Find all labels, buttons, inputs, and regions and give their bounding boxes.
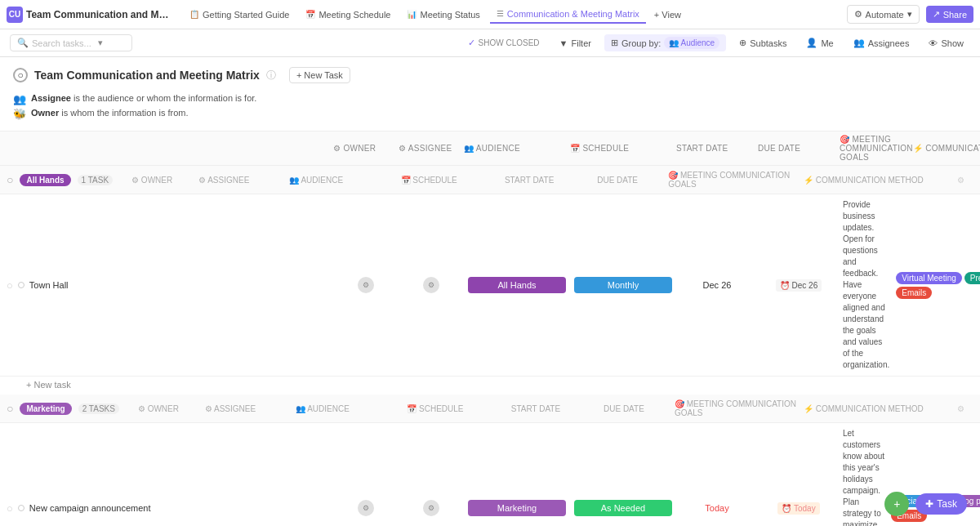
- show-icon: 👁: [929, 38, 938, 48]
- task-status-dot: [18, 505, 24, 511]
- owner-cell[interactable]: ⚙: [333, 277, 399, 293]
- automate-button[interactable]: ⚙ Automate ▾: [847, 5, 920, 24]
- audience-tag: Marketing: [468, 500, 566, 516]
- task-complete-icon[interactable]: ○: [7, 502, 13, 515]
- group-count: 1 TASK: [78, 175, 114, 185]
- task-fab-label: ✚: [925, 498, 933, 510]
- col-header-owner: ⚙ OWNER: [333, 144, 399, 153]
- assignee-cell[interactable]: ⚙: [399, 277, 464, 293]
- new-task-button[interactable]: + New Task: [289, 67, 350, 83]
- task-name-label: Town Hall: [29, 280, 69, 290]
- group-by-value: 👥 Audience: [664, 37, 719, 49]
- show-closed-button[interactable]: ✓ SHOW CLOSED: [461, 36, 546, 50]
- me-button[interactable]: 👤 Me: [800, 35, 840, 51]
- goals-cell: Provide business updates. Open for quest…: [840, 196, 893, 374]
- task-circle-fab[interactable]: +: [884, 492, 909, 516]
- group-by-button[interactable]: ⊞ Group by: 👥 Audience: [604, 34, 726, 51]
- due-date-badge: ⏰ Dec 26: [776, 279, 822, 292]
- share-icon: ↗: [933, 9, 940, 20]
- col-header-method: ⚡ COMMUNICATION METHOD: [913, 144, 980, 153]
- start-date-cell: Dec 26: [676, 280, 758, 290]
- task-complete-icon[interactable]: ○: [7, 279, 13, 292]
- tab-meeting-schedule[interactable]: 📅 Meeting Schedule: [299, 7, 397, 23]
- schedule-cell: Monthly: [570, 277, 676, 293]
- table: ⚙ OWNER⚙ ASSIGNEE👥 AUDIENCE📅 SCHEDULESTA…: [0, 131, 980, 526]
- show-button[interactable]: 👁 Show: [922, 36, 970, 51]
- method-tag: Emails: [896, 287, 932, 299]
- share-button[interactable]: ↗ Share: [926, 6, 973, 23]
- search-box[interactable]: 🔍 Search tasks... ▾: [10, 34, 132, 51]
- settings-col-icon[interactable]: ⚙: [957, 404, 973, 413]
- goals-col-header: 🎯 MEETING COMMUNICATION GOALS: [671, 399, 797, 417]
- assignee-col-header: ⚙ ASSIGNEE: [198, 404, 263, 413]
- new-task-row[interactable]: + New task: [0, 377, 980, 393]
- assignee-avatar[interactable]: ⚙: [423, 277, 439, 293]
- assignee-info-icon: 👥: [13, 93, 26, 105]
- start-date-cell: Today: [676, 503, 758, 513]
- tab-icon: 📊: [407, 10, 416, 19]
- group-count: 2 TASKS: [78, 403, 119, 414]
- app-icon: CU: [7, 7, 23, 23]
- group-header-marketing[interactable]: ○Marketing2 TASKS⚙ OWNER⚙ ASSIGNEE👥 AUDI…: [0, 394, 980, 423]
- assignee-col-header: ⚙ ASSIGNEE: [191, 176, 256, 185]
- settings-col-icon[interactable]: ⚙: [957, 176, 973, 185]
- col-header-start_date: START DATE: [676, 144, 758, 153]
- chevron-down-icon: ▾: [907, 9, 912, 20]
- top-bar-right: ⚙ Automate ▾ ↗ Share: [847, 5, 973, 24]
- schedule-tag: Monthly: [574, 277, 672, 293]
- group-icon: ⊞: [611, 38, 618, 48]
- add-view-button[interactable]: + View: [649, 7, 686, 23]
- goals-col-header: 🎯 MEETING COMMUNICATION GOALS: [665, 171, 797, 189]
- schedule-tag: As Needed: [574, 500, 672, 516]
- audience-cell: All Hands: [464, 277, 570, 293]
- automate-icon: ⚙: [854, 9, 862, 20]
- tab-communication-matrix[interactable]: ☰ Communication & Meeting Matrix: [490, 6, 646, 24]
- me-icon: 👤: [806, 38, 817, 48]
- group-label: All Hands: [20, 174, 70, 186]
- owner-col-header: ⚙ OWNER: [126, 404, 191, 413]
- method-col-header: ⚡ COMMUNICATION METHOD: [804, 176, 951, 185]
- search-icon: 🔍: [17, 38, 29, 48]
- filter-bar: 🔍 Search tasks... ▾ ✓ SHOW CLOSED ▼ Filt…: [0, 29, 980, 57]
- chevron-down-icon: ▾: [98, 38, 103, 48]
- audience-cell: Marketing: [464, 500, 570, 516]
- group-collapse-icon[interactable]: ○: [7, 402, 13, 415]
- owner-avatar[interactable]: ⚙: [358, 500, 374, 516]
- owner-cell[interactable]: ⚙: [333, 500, 399, 516]
- assignees-button[interactable]: 👥 Assignees: [847, 35, 916, 51]
- info-icon: ⓘ: [266, 69, 276, 82]
- due-date-cell: ⏰ Dec 26: [758, 279, 840, 292]
- tab-getting-started[interactable]: 📋 Getting Started Guide: [183, 7, 296, 23]
- task-name-cell: ○New campaign announcement: [7, 499, 333, 518]
- assignee-avatar[interactable]: ⚙: [423, 500, 439, 516]
- owner-col-header: ⚙ OWNER: [119, 176, 185, 185]
- subtasks-button[interactable]: ⊕ Subtasks: [733, 35, 793, 51]
- tab-icon: ☰: [497, 9, 504, 18]
- schedule-cell: As Needed: [570, 500, 676, 516]
- audience-tag: All Hands: [468, 277, 566, 293]
- col-header-goals: 🎯 MEETING COMMUNICATION GOALS: [840, 135, 913, 162]
- schedule-col-header: 📅 SCHEDULE: [376, 176, 482, 185]
- owner-avatar[interactable]: ⚙: [358, 277, 374, 293]
- app-title: Team Communication and Meeting Ma...: [26, 9, 173, 20]
- tab-meeting-status[interactable]: 📊 Meeting Status: [400, 7, 486, 23]
- page-header: ○ Team Communication and Meeting Matrix …: [0, 57, 980, 90]
- method-col-header: ⚡ COMMUNICATION METHOD: [804, 404, 951, 413]
- due-date-badge: ⏰ Today: [777, 502, 819, 515]
- group-all-hands: ○All Hands1 TASK⚙ OWNER⚙ ASSIGNEE👥 AUDIE…: [0, 166, 980, 393]
- tab-icon: 📅: [305, 10, 315, 19]
- info-box: 👥 Assignee is the audience or whom the i…: [0, 90, 980, 131]
- goals-cell: Let customers know about this year's hol…: [840, 425, 888, 526]
- group-collapse-icon[interactable]: ○: [7, 173, 13, 186]
- col-header-audience: 👥 AUDIENCE: [464, 144, 570, 153]
- task-fab-button[interactable]: ✚ Task: [915, 493, 967, 515]
- method-tag: Presentation: [964, 272, 980, 284]
- filter-button[interactable]: ▼ Filter: [553, 36, 598, 51]
- assignee-cell[interactable]: ⚙: [399, 500, 464, 516]
- top-bar: CU Team Communication and Meeting Ma... …: [0, 0, 980, 29]
- group-header-all-hands[interactable]: ○All Hands1 TASK⚙ OWNER⚙ ASSIGNEE👥 AUDIE…: [0, 166, 980, 194]
- due-date-cell: ⏰ Today: [758, 502, 840, 515]
- group-label: Marketing: [20, 403, 71, 415]
- tab-icon: 📋: [189, 10, 199, 19]
- schedule-col-header: 📅 SCHEDULE: [382, 404, 488, 413]
